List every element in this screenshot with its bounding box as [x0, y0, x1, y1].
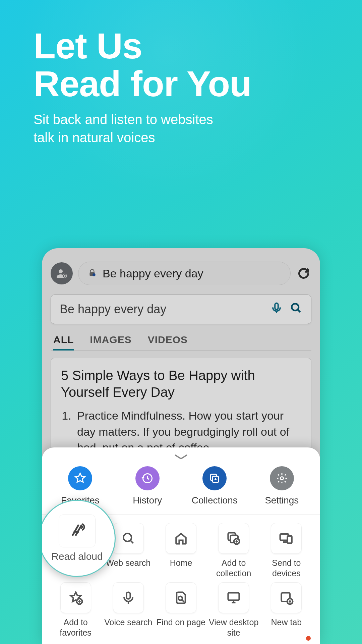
desktop-icon — [226, 590, 241, 605]
mic-icon — [121, 590, 136, 605]
star-add-icon — [68, 590, 83, 605]
phone-frame: Be happy every day Be happy every day AL… — [42, 248, 320, 644]
hero-title-line1: Let Us — [34, 25, 142, 66]
svg-point-9 — [280, 477, 283, 480]
gear-icon — [270, 466, 294, 490]
menu-add-to-collection[interactable]: Add to collection — [209, 523, 259, 579]
read-aloud-icon — [59, 515, 96, 547]
svg-rect-24 — [228, 593, 239, 600]
find-page-icon — [174, 590, 188, 605]
hero-sub-line2: talk in natural voices — [34, 130, 155, 145]
chevron-down-icon — [174, 453, 188, 460]
menu-voice-search[interactable]: Voice search — [103, 582, 153, 638]
web-search-label: Web search — [106, 558, 150, 579]
voice-search-label: Voice search — [104, 617, 152, 638]
overflow-menu-sheet: Favorites History Collections Settings R… — [42, 447, 320, 644]
star-icon — [68, 466, 92, 490]
history-icon — [135, 466, 160, 490]
add-favorites-label: Add to favorites — [51, 617, 101, 638]
menu-view-desktop-site[interactable]: View desktop site — [209, 582, 259, 638]
menu-find-on-page[interactable]: Find on page — [156, 582, 206, 638]
home-icon — [174, 531, 188, 546]
menu-send-to-devices[interactable]: Send to devices — [261, 523, 311, 579]
menu-settings-label: Settings — [265, 495, 299, 506]
menu-home[interactable]: Home — [156, 523, 206, 579]
find-page-label: Find on page — [157, 617, 205, 638]
add-collection-label: Add to collection — [209, 558, 259, 579]
hero-title: Let Us Read for You — [34, 27, 328, 103]
new-tab-label: New tab — [271, 617, 302, 638]
hero-subtitle: Sit back and listen to websites talk in … — [34, 110, 328, 147]
collections-icon — [202, 466, 227, 490]
hero-title-line2: Read for You — [34, 63, 251, 104]
home-label: Home — [170, 558, 192, 579]
menu-add-to-favorites[interactable]: Add to favorites — [51, 582, 101, 638]
menu-history[interactable]: History — [119, 466, 176, 506]
sheet-handle[interactable] — [42, 451, 320, 464]
add-collection-icon — [226, 531, 241, 546]
notification-dot — [306, 636, 311, 641]
menu-collections[interactable]: Collections — [186, 466, 243, 506]
menu-read-aloud[interactable]: Read aloud — [42, 500, 116, 577]
search-icon — [121, 531, 136, 546]
menu-collections-label: Collections — [192, 495, 238, 506]
svg-rect-21 — [126, 592, 130, 599]
menu-settings[interactable]: Settings — [253, 466, 310, 506]
menu-new-tab[interactable]: New tab — [261, 582, 311, 638]
devices-icon — [279, 531, 294, 546]
read-aloud-label: Read aloud — [51, 551, 103, 562]
desktop-site-label: View desktop site — [209, 617, 259, 638]
menu-history-label: History — [133, 495, 162, 506]
send-devices-label: Send to devices — [261, 558, 311, 579]
new-tab-icon — [279, 590, 294, 605]
hero-sub-line1: Sit back and listen to websites — [34, 112, 213, 127]
